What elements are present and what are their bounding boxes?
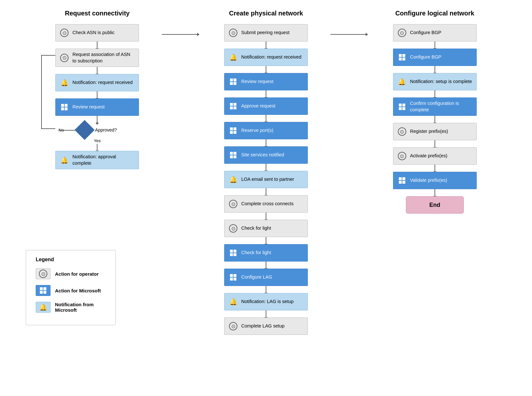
bell-icon: 🔔 bbox=[229, 298, 237, 306]
bell-icon-wrap: 🔔 bbox=[60, 155, 69, 165]
node-request-assoc: Request association of ASN to subscripti… bbox=[55, 49, 139, 67]
node-text: Confirm configuration is complete bbox=[410, 100, 472, 113]
arrow bbox=[97, 41, 97, 49]
arrow bbox=[266, 139, 266, 146]
windows-icon bbox=[230, 250, 236, 256]
node2-container: Request association of ASN to subscripti… bbox=[55, 49, 139, 67]
back-arrow-vertical bbox=[41, 55, 42, 128]
windows-icon bbox=[399, 177, 405, 184]
node-text: Complete cross connects bbox=[241, 201, 304, 207]
arrow bbox=[266, 310, 266, 318]
node-review-request2: Review request bbox=[224, 73, 308, 90]
arrow bbox=[435, 189, 435, 196]
legend-operator-swatch bbox=[36, 268, 50, 279]
bell-icon-wrap: 🔔 bbox=[397, 77, 407, 87]
arrow bbox=[435, 90, 435, 97]
node-text: Notification: request received bbox=[72, 79, 135, 86]
node-text: Review request bbox=[241, 78, 304, 85]
legend-microsoft-label: Action for Microsoft bbox=[55, 288, 101, 293]
windows-icon-wrap bbox=[60, 102, 69, 112]
bell-icon: 🔔 bbox=[39, 303, 47, 311]
arrowhead bbox=[197, 33, 199, 36]
person-icon bbox=[60, 54, 69, 62]
h-line bbox=[162, 34, 197, 35]
h-line bbox=[330, 34, 366, 35]
node-notif-received2: 🔔 Notification: request received bbox=[224, 49, 308, 66]
node-confirm-config: Confirm configuration is complete bbox=[393, 97, 477, 116]
windows-icon-wrap bbox=[228, 248, 238, 258]
arrow bbox=[266, 66, 266, 73]
legend: Legend Action for operator Action for Mi… bbox=[26, 250, 116, 325]
windows-icon-wrap bbox=[228, 126, 238, 135]
arrow bbox=[435, 140, 435, 147]
legend-item-microsoft: Action for Microsoft bbox=[36, 285, 106, 296]
person-icon bbox=[229, 322, 237, 330]
col3-title: Configure logical network bbox=[395, 10, 474, 17]
legend-title: Legend bbox=[36, 257, 106, 262]
windows-icon bbox=[399, 104, 405, 110]
person-icon bbox=[398, 127, 406, 136]
decision-container: No Approved? Yes bbox=[55, 123, 139, 151]
windows-icon bbox=[230, 127, 236, 134]
arrow bbox=[97, 67, 97, 74]
col3-nodes: Configure BGP Configure BGP 🔔 bbox=[393, 24, 477, 214]
arrowhead bbox=[366, 33, 368, 36]
diamond-shape bbox=[75, 120, 95, 140]
legend-notification-swatch: 🔔 bbox=[36, 302, 50, 313]
node-check-light-op: Check for light bbox=[224, 220, 308, 237]
arrow bbox=[97, 144, 97, 151]
node-text: Notification: request received bbox=[241, 54, 304, 60]
node-text: Validate prefix(es) bbox=[410, 177, 472, 184]
node-cross-connects: Complete cross connects bbox=[224, 195, 308, 213]
windows-icon bbox=[230, 78, 236, 85]
windows-icon-wrap bbox=[397, 176, 407, 185]
operator-icon bbox=[228, 28, 238, 38]
windows-icon bbox=[230, 152, 236, 158]
column-physical-network: Create physical network Submit peering r… bbox=[182, 10, 351, 335]
arrow bbox=[266, 41, 266, 49]
person-icon bbox=[229, 200, 237, 208]
windows-icon-wrap bbox=[228, 150, 238, 160]
person-icon bbox=[398, 152, 406, 160]
no-path-h bbox=[59, 130, 76, 131]
col1-to-col2-arrow bbox=[162, 33, 199, 36]
operator-icon bbox=[397, 127, 407, 136]
node-text: Check ASN is public bbox=[72, 30, 135, 36]
operator-icon bbox=[397, 28, 407, 38]
col1-nodes: Check ASN is public Request association … bbox=[55, 24, 139, 169]
node-text: Check for light bbox=[241, 250, 304, 256]
node-check-asn: Check ASN is public bbox=[55, 24, 139, 41]
end-text: End bbox=[410, 201, 460, 209]
person-icon bbox=[229, 29, 237, 37]
back-arrow-top-h bbox=[41, 55, 55, 56]
node-site-services: Site services notified bbox=[224, 146, 308, 164]
yes-label: Yes bbox=[94, 138, 101, 143]
node-text: LOA email sent to partner bbox=[241, 176, 304, 183]
node-review-request: Review request bbox=[55, 98, 139, 116]
node-register-prefix: Register prefix(es) bbox=[393, 123, 477, 140]
node-text: Complete LAG setup bbox=[241, 323, 304, 329]
windows-icon-wrap bbox=[397, 52, 407, 62]
operator-icon bbox=[60, 28, 69, 38]
node-text: Register prefix(es) bbox=[410, 128, 472, 135]
operator-icon bbox=[397, 151, 407, 161]
node-end: End bbox=[406, 196, 464, 214]
person-icon bbox=[39, 270, 47, 278]
node-text: Check for light bbox=[241, 225, 304, 232]
legend-item-operator: Action for operator bbox=[36, 268, 106, 279]
arrow bbox=[266, 213, 266, 220]
node-text: Site services notified bbox=[241, 152, 304, 158]
node-text: Reserve port(s) bbox=[241, 127, 304, 134]
node-text: Activate prefix(es) bbox=[410, 153, 472, 159]
windows-icon-wrap bbox=[397, 102, 407, 112]
node-notif-received: 🔔 Notification: request received bbox=[55, 74, 139, 91]
node-text: Notification: approval complete bbox=[72, 154, 135, 166]
column-logical-network: Configure logical network Configure BGP bbox=[350, 10, 519, 335]
bell-icon: 🔔 bbox=[229, 53, 237, 61]
windows-icon bbox=[61, 104, 68, 110]
node-text: Configure BGP bbox=[410, 30, 472, 36]
node-approve-request: Approve request bbox=[224, 97, 308, 115]
arrow bbox=[435, 165, 435, 172]
arrow bbox=[266, 115, 266, 122]
bell-icon: 🔔 bbox=[229, 176, 237, 183]
